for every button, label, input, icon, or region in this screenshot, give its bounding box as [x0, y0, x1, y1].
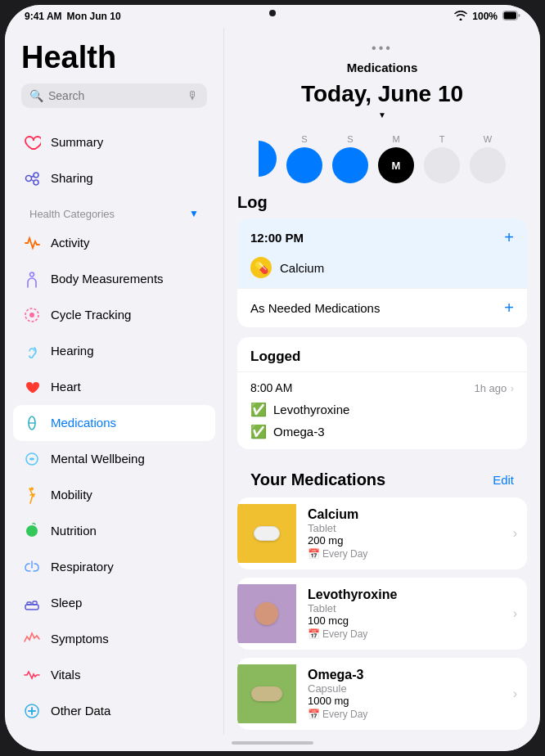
day-row: S S M M T W	[224, 131, 540, 193]
day-partial	[259, 141, 277, 177]
summary-icon	[21, 132, 43, 153]
levothyroxine-info: Levothyroxine Tablet 100 mcg 📅 Every Day	[296, 578, 503, 650]
calcium-image	[237, 504, 296, 563]
device-frame: 9:41 AM Mon Jun 10 100%	[5, 5, 540, 751]
date-display: Mon Jun 10	[67, 11, 121, 22]
wifi-icon	[454, 11, 467, 23]
sidebar-item-label: Medications	[51, 416, 116, 430]
levothyroxine-dose: 100 mcg	[308, 614, 497, 627]
sidebar-item-nutrition[interactable]: Nutrition	[13, 513, 215, 549]
logged-container: Logged 8:00 AM 1h ago › ✅ Levothyroxine …	[237, 337, 527, 449]
medication-card-levothyroxine[interactable]: Levothyroxine Tablet 100 mcg 📅 Every Day…	[237, 578, 527, 650]
day-circle-1	[332, 147, 368, 183]
sidebar-item-heart[interactable]: Heart	[13, 369, 215, 405]
more-dots[interactable]: •••	[372, 41, 393, 55]
omega3-info: Omega-3 Capsule 1000 mg 📅 Every Day	[296, 658, 503, 730]
sidebar-item-medications[interactable]: Medications	[13, 405, 215, 441]
sidebar-item-sharing[interactable]: Sharing	[13, 160, 215, 196]
respiratory-icon	[21, 556, 43, 578]
your-meds-header: Your Medications Edit	[237, 459, 527, 497]
date-arrow: ▼	[241, 110, 524, 119]
omega3-schedule: 📅 Every Day	[308, 709, 497, 720]
omega3-dose: 1000 mg	[308, 695, 497, 707]
main-content: ••• Medications Today, June 10 ▼ S S	[224, 28, 540, 735]
sidebar-item-mental-wellbeing[interactable]: Mental Wellbeing	[13, 441, 215, 477]
home-bar	[232, 741, 313, 745]
sidebar-item-activity[interactable]: Activity	[13, 225, 215, 261]
as-needed-row[interactable]: As Needed Medications +	[237, 288, 527, 327]
medication-card-calcium[interactable]: Calcium Tablet 200 mg 📅 Every Day ›	[237, 497, 527, 569]
mic-icon: 🎙	[187, 89, 199, 102]
your-meds-title: Your Medications	[250, 470, 385, 489]
calcium-chevron: ›	[503, 526, 527, 541]
logged-header: Logged	[237, 337, 527, 372]
day-column-2[interactable]: M M	[378, 134, 414, 183]
svg-point-4	[34, 180, 38, 185]
levothyroxine-name: Levothyroxine	[308, 587, 497, 602]
health-categories-chevron[interactable]: ▼	[189, 208, 199, 219]
hearing-icon	[21, 340, 43, 362]
day-circle-today: M	[378, 147, 414, 183]
sharing-icon	[21, 168, 43, 189]
day-column-4[interactable]: W	[470, 134, 506, 183]
page-title: Medications	[241, 61, 524, 74]
battery-icon	[502, 11, 520, 23]
log-time-label: 12:00 PM	[250, 231, 304, 245]
omega3-name: Omega-3	[308, 668, 497, 682]
sidebar-item-label: Sharing	[51, 171, 93, 185]
home-indicator	[5, 735, 540, 751]
calcium-pill-icon: 💊	[250, 257, 272, 278]
sidebar-item-vitals[interactable]: Vitals	[13, 657, 215, 693]
day-column-1[interactable]: S	[332, 134, 368, 183]
svg-point-3	[34, 173, 38, 178]
calcium-label: Calcium	[280, 261, 324, 275]
svg-rect-14	[25, 605, 38, 610]
levothyroxine-chevron: ›	[503, 606, 527, 621]
sidebar-item-medications-container[interactable]: Medications	[13, 405, 215, 441]
sleep-icon	[21, 592, 43, 614]
medication-card-omega3[interactable]: Omega-3 Capsule 1000 mg 📅 Every Day ›	[237, 658, 527, 730]
day-column-0[interactable]: S	[286, 134, 322, 183]
status-bar-right: 100%	[454, 11, 520, 23]
log-add-button[interactable]: +	[504, 228, 514, 247]
sidebar: Health 🔍 🎙 Summary	[5, 28, 224, 735]
main-header: ••• Medications Today, June 10 ▼	[224, 28, 540, 131]
sidebar-item-body-measurements[interactable]: Body Measurements	[13, 261, 215, 297]
sidebar-item-label: Summary	[51, 135, 103, 149]
logged-ago-label: 1h ago ›	[474, 380, 514, 395]
sidebar-item-summary[interactable]: Summary	[13, 124, 215, 160]
sidebar-item-label: Body Measurements	[51, 272, 164, 286]
log-med-row: 💊 Calcium	[237, 252, 527, 288]
search-input[interactable]	[48, 89, 182, 102]
day-column-3[interactable]: T	[424, 134, 460, 183]
sidebar-header: Health 🔍 🎙	[5, 28, 223, 124]
check-icon-0: ✅	[250, 402, 267, 417]
calcium-info: Calcium Tablet 200 mg 📅 Every Day	[296, 497, 503, 569]
sidebar-item-other-data[interactable]: Other Data	[13, 693, 215, 729]
calendar-icon: 📅	[308, 628, 320, 640]
check-icon-1: ✅	[250, 424, 267, 439]
calcium-tablet-shape	[254, 526, 280, 541]
sidebar-item-cycle-tracking[interactable]: Cycle Tracking	[13, 297, 215, 333]
calcium-dose: 200 mg	[308, 534, 497, 547]
sidebar-item-symptoms[interactable]: Symptoms	[13, 621, 215, 657]
sidebar-item-label: Nutrition	[51, 524, 97, 538]
svg-point-9	[29, 313, 34, 317]
sidebar-item-label: Hearing	[51, 344, 94, 358]
sidebar-item-label: Activity	[51, 236, 90, 250]
sidebar-item-sleep[interactable]: Sleep	[13, 585, 215, 621]
symptoms-icon	[21, 628, 43, 650]
sidebar-item-hearing[interactable]: Hearing	[13, 333, 215, 369]
svg-rect-16	[33, 601, 37, 605]
mobility-icon	[21, 484, 43, 506]
search-bar[interactable]: 🔍 🎙	[21, 83, 207, 108]
svg-point-13	[30, 487, 34, 490]
logged-time-row[interactable]: 8:00 AM 1h ago ›	[237, 372, 527, 398]
svg-rect-1	[504, 11, 517, 19]
edit-button[interactable]: Edit	[493, 473, 514, 487]
sidebar-item-respiratory[interactable]: Respiratory	[13, 549, 215, 585]
as-needed-add-button[interactable]: +	[504, 299, 514, 317]
health-categories-header: Health Categories ▼	[13, 196, 215, 225]
sidebar-item-mobility[interactable]: Mobility	[13, 477, 215, 513]
mental-wellbeing-icon	[21, 448, 43, 470]
